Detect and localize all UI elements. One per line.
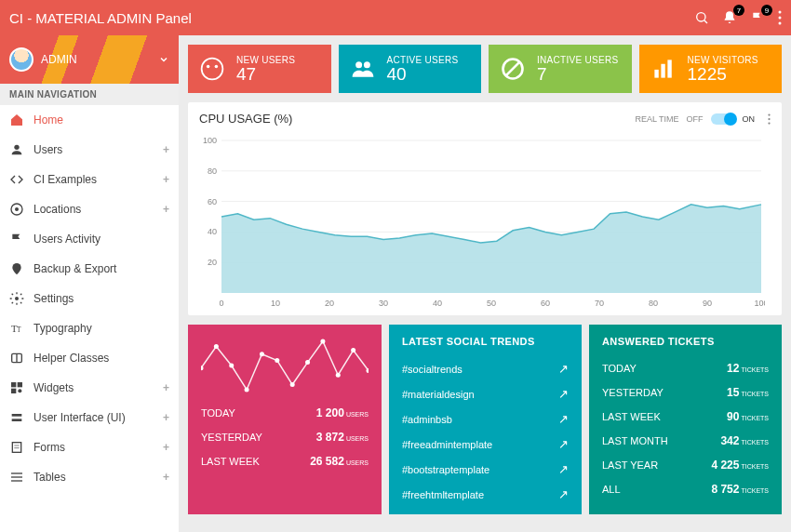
- nav-icon: [9, 470, 24, 485]
- card-icon: [650, 56, 677, 82]
- sidebar-item-forms[interactable]: Forms+: [0, 432, 179, 462]
- sidebar-item-users[interactable]: Users+: [0, 135, 179, 165]
- trend-row[interactable]: #socialtrends↗: [402, 356, 569, 381]
- bell-icon[interactable]: 7: [722, 10, 737, 25]
- svg-point-37: [768, 122, 770, 124]
- svg-point-0: [697, 13, 705, 21]
- card-value: 40: [387, 65, 459, 83]
- svg-text:60: 60: [208, 197, 217, 206]
- sidebar-item-typography[interactable]: TTTypography: [0, 313, 179, 343]
- trend-row[interactable]: #freehtmltemplate↗: [402, 482, 569, 507]
- nav-icon: [9, 261, 24, 276]
- svg-rect-14: [18, 382, 22, 387]
- svg-point-16: [18, 389, 21, 392]
- sidebar-item-widgets[interactable]: Widgets+: [0, 373, 179, 403]
- trend-row[interactable]: #freeadmintemplate↗: [402, 432, 569, 457]
- sidebar-item-users-activity[interactable]: Users Activity: [0, 224, 179, 254]
- nav-section-label: MAIN NAVIGATION: [0, 84, 179, 105]
- svg-text:20: 20: [325, 299, 334, 308]
- svg-text:40: 40: [208, 227, 217, 236]
- flag-icon[interactable]: 9: [750, 10, 765, 25]
- svg-rect-19: [12, 443, 20, 453]
- sidebar-item-user-interface-ui-[interactable]: User Interface (UI)+: [0, 403, 179, 432]
- nav-label: Helper Classes: [34, 352, 109, 365]
- nav-label: Backup & Export: [34, 262, 116, 275]
- svg-text:T: T: [17, 326, 21, 334]
- expand-icon: +: [163, 203, 169, 216]
- svg-point-60: [214, 344, 219, 349]
- svg-point-2: [779, 11, 782, 14]
- realtime-toggle[interactable]: [711, 113, 735, 125]
- app-title: CI - MATERIAL ADMIN Panel: [9, 10, 694, 26]
- nav-icon: [9, 410, 24, 425]
- sidebar-item-home[interactable]: Home: [0, 105, 179, 135]
- svg-rect-15: [11, 389, 16, 393]
- nav-icon: [9, 172, 24, 187]
- svg-point-29: [363, 61, 369, 68]
- nav-label: User Interface (UI): [34, 411, 126, 424]
- svg-rect-18: [12, 419, 22, 421]
- stat-card-active-users[interactable]: ACTIVE USERS40: [339, 45, 482, 93]
- notif-badge: 7: [733, 5, 744, 16]
- more-icon[interactable]: [778, 10, 782, 25]
- nav-label: Settings: [34, 292, 74, 305]
- nav-icon: [9, 351, 24, 366]
- trend-row[interactable]: #adminbsb↗: [402, 406, 569, 432]
- search-icon[interactable]: [694, 10, 709, 25]
- social-card: LATEST SOCIAL TRENDS #socialtrends↗#mate…: [389, 325, 582, 514]
- card-value: 7: [537, 65, 619, 83]
- flag-badge: 9: [761, 5, 772, 16]
- visit-row: LAST WEEK26 582USERS: [201, 449, 369, 473]
- svg-point-25: [202, 59, 223, 80]
- visit-row: YESTERDAY3 872USERS: [201, 425, 369, 449]
- nav-label: Home: [34, 113, 63, 126]
- nav-icon: [9, 291, 24, 306]
- svg-rect-32: [654, 70, 658, 78]
- stat-card-inactive-users[interactable]: INACTIVE USERS7: [489, 45, 632, 93]
- svg-point-61: [229, 364, 234, 368]
- sidebar-item-tables[interactable]: Tables+: [0, 462, 179, 492]
- stat-card-new-users[interactable]: NEW USERS47: [188, 45, 331, 93]
- user-info[interactable]: ADMIN: [0, 35, 179, 84]
- svg-point-68: [336, 373, 341, 378]
- svg-point-5: [14, 145, 19, 150]
- svg-point-65: [290, 382, 295, 387]
- expand-icon: +: [163, 471, 169, 484]
- svg-text:40: 40: [433, 299, 442, 308]
- svg-point-27: [215, 65, 219, 69]
- nav-icon: [9, 380, 24, 395]
- trend-row[interactable]: #bootstraptemplate↗: [402, 457, 569, 482]
- topbar: CI - MATERIAL ADMIN Panel 7 9: [0, 0, 791, 35]
- ticket-row: YESTERDAY15TICKETS: [602, 380, 769, 405]
- trend-row[interactable]: #materialdesign↗: [402, 381, 569, 406]
- svg-point-64: [275, 358, 279, 363]
- nav-icon: [9, 232, 24, 246]
- expand-icon: +: [163, 381, 169, 394]
- nav-label: Locations: [34, 203, 81, 216]
- svg-text:90: 90: [703, 299, 712, 308]
- svg-rect-33: [661, 64, 664, 78]
- svg-text:80: 80: [208, 166, 217, 176]
- sidebar-item-locations[interactable]: Locations+: [0, 194, 179, 224]
- svg-text:80: 80: [649, 299, 658, 308]
- sidebar-item-backup-export[interactable]: Backup & Export: [0, 254, 179, 284]
- card-icon: [199, 56, 225, 82]
- nav-label: Tables: [34, 471, 66, 484]
- svg-line-31: [505, 61, 520, 76]
- svg-text:30: 30: [379, 299, 388, 308]
- nav: HomeUsers+CI Examples+Locations+Users Ac…: [0, 105, 179, 532]
- more-icon[interactable]: [768, 113, 771, 125]
- svg-rect-34: [667, 60, 671, 77]
- stat-card-new-visitors[interactable]: NEW VISITORS1225: [639, 45, 783, 93]
- cpu-panel: CPU USAGE (%) REAL TIME OFF ON 204060801…: [188, 102, 782, 315]
- sidebar-item-ci-examples[interactable]: CI Examples+: [0, 165, 179, 194]
- card-value: 1225: [688, 65, 758, 83]
- avatar: [9, 47, 34, 72]
- svg-point-4: [779, 22, 782, 25]
- sidebar-item-helper-classes[interactable]: Helper Classes: [0, 343, 179, 373]
- svg-text:10: 10: [271, 299, 280, 308]
- card-label: INACTIVE USERS: [537, 55, 619, 65]
- nav-label: Typography: [34, 322, 92, 335]
- sidebar-item-settings[interactable]: Settings: [0, 284, 179, 313]
- nav-label: Users Activity: [34, 233, 101, 246]
